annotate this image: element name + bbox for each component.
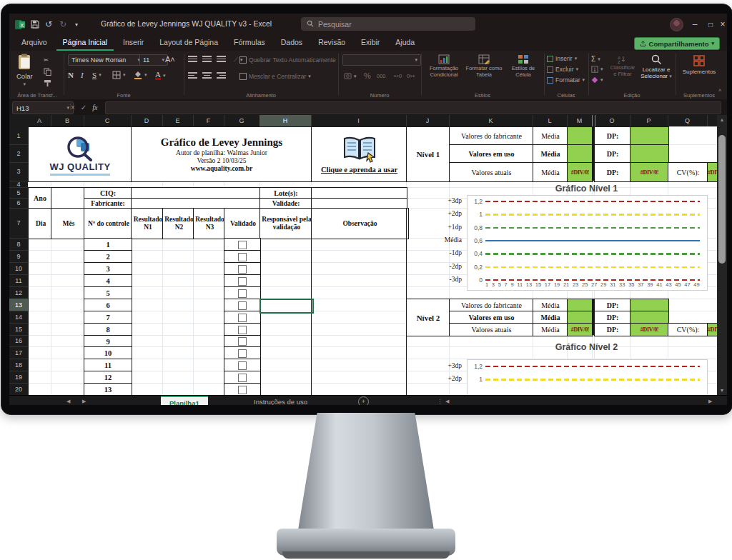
add-sheet-button[interactable]: +	[358, 396, 369, 405]
validado-checkbox[interactable]	[238, 301, 247, 310]
font-color-icon[interactable]: A▾	[155, 71, 165, 80]
align-left-icon[interactable]	[188, 72, 197, 79]
share-button[interactable]: Compartilhamento ▾	[634, 37, 720, 50]
autosum-icon[interactable]: Σ▾	[591, 55, 600, 63]
control-number-cell[interactable]: 13	[84, 383, 132, 395]
column-header-A[interactable]: A	[28, 115, 51, 126]
undo-icon[interactable]: ↺	[45, 19, 52, 30]
row-header-1[interactable]: 1	[9, 126, 28, 145]
scroll-down-icon[interactable]: ▼	[717, 386, 727, 395]
level-row-dp-label[interactable]: DP:	[594, 144, 631, 164]
restore-button[interactable]: □	[703, 14, 718, 35]
align-top-icon[interactable]	[188, 56, 197, 62]
level1-label-cell[interactable]: Nível 1	[406, 126, 450, 182]
merge-center-button[interactable]: Mesclar e Centralizar ▾	[239, 73, 311, 80]
find-select-button[interactable]: Localizar e Selecionar ▾	[640, 54, 673, 79]
validado-checkbox[interactable]	[238, 277, 247, 286]
level-row-dp-label[interactable]: DP:	[594, 162, 631, 182]
validado-checkbox[interactable]	[238, 361, 247, 370]
row-header-14[interactable]: 14	[9, 311, 28, 324]
close-button[interactable]: ×	[718, 14, 727, 35]
addins-button[interactable]: Suplementos	[683, 54, 716, 75]
table-header-7[interactable]: Validado	[224, 208, 262, 239]
account-avatar[interactable]	[670, 18, 683, 31]
level-row-media-label[interactable]: Média	[533, 126, 568, 146]
table-header-9[interactable]: Observação	[311, 208, 409, 239]
validado-checkbox[interactable]	[238, 314, 247, 322]
table-header-8[interactable]: Responsável pela validação	[259, 208, 314, 239]
validado-checkbox[interactable]	[238, 337, 247, 346]
ano-value-cell[interactable]	[51, 187, 85, 209]
bold-button[interactable]: N	[68, 71, 74, 79]
row-header-17[interactable]: 17	[9, 346, 28, 359]
ribbon-tab-ajuda[interactable]: Ajuda	[389, 35, 421, 51]
ribbon-tab-revisão[interactable]: Revisão	[312, 35, 352, 51]
level-row-dp-label[interactable]: DP:	[594, 323, 631, 336]
row-header-8[interactable]: 8	[9, 238, 28, 251]
redo-icon[interactable]: ↻	[59, 19, 66, 30]
formula-input[interactable]	[105, 101, 721, 114]
table-header-2[interactable]: Mês	[51, 208, 86, 239]
level-row-media-value[interactable]: #DIV/0!	[567, 162, 593, 182]
vertical-scroll-thumb[interactable]	[718, 135, 726, 264]
accounting-format-icon[interactable]: ▾	[344, 72, 357, 80]
paste-button[interactable]: Colar ▾	[16, 54, 33, 87]
delete-cells-button[interactable]: Excluir▾	[547, 66, 578, 73]
level-row-dp-value[interactable]	[630, 126, 669, 146]
row-header-7[interactable]: 7	[9, 208, 28, 239]
cancel-icon[interactable]: ×	[71, 104, 75, 111]
level-row-media-value[interactable]	[567, 126, 593, 146]
clear-icon[interactable]: ▾	[591, 76, 603, 84]
row-header-18[interactable]: 18	[9, 359, 28, 371]
cut-icon[interactable]: ✂	[44, 56, 49, 64]
ribbon-tab-layout-de-página[interactable]: Layout de Página	[153, 35, 224, 51]
level-row-dp-value[interactable]: #DIV/0!	[630, 323, 669, 336]
table-header-6[interactable]: Resultado N3	[193, 208, 227, 239]
column-header-P[interactable]: P	[630, 115, 668, 126]
format-painter-icon[interactable]	[44, 79, 51, 87]
hscroll-resize-handle[interactable]: ⋮	[437, 398, 443, 405]
selected-cell[interactable]	[259, 299, 314, 314]
fill-icon[interactable]: ▾	[591, 66, 603, 73]
save-icon[interactable]	[31, 19, 39, 30]
decrease-decimal-icon[interactable]: 0↣	[407, 73, 415, 79]
align-bottom-icon[interactable]	[217, 56, 226, 62]
learn-link[interactable]: Clique e aprenda a usar	[321, 166, 397, 174]
quick-access-caret-icon[interactable]: ▾	[75, 19, 78, 30]
table-header-3[interactable]: Nº do controle	[84, 208, 134, 239]
align-right-icon[interactable]	[217, 72, 226, 79]
fill-color-icon[interactable]: ▾	[134, 71, 147, 79]
table-header-4[interactable]: Resultado N1	[131, 208, 165, 239]
level-row-dp-value[interactable]: #DIV/0!	[630, 162, 669, 182]
row-header-12[interactable]: 12	[9, 286, 28, 299]
align-center-icon[interactable]	[202, 72, 212, 79]
level-row-cv-value[interactable]: #DIV/0!	[707, 323, 717, 336]
enter-icon[interactable]: ✓	[81, 104, 86, 111]
level-row-media-label[interactable]: Média	[533, 162, 568, 182]
row-header-15[interactable]: 15	[9, 323, 28, 336]
collapse-ribbon-icon[interactable]: ˄	[718, 88, 721, 93]
validado-checkbox[interactable]	[238, 326, 247, 334]
column-header-O[interactable]: O	[594, 115, 630, 126]
column-header-D[interactable]: D	[131, 115, 163, 126]
row-header-11[interactable]: 11	[9, 274, 28, 287]
column-header-E[interactable]: E	[162, 115, 194, 126]
format-cells-button[interactable]: Formatar▾	[547, 76, 585, 84]
copy-icon[interactable]	[44, 68, 51, 76]
level-row-name[interactable]: Valores em uso	[449, 144, 534, 164]
row-header-3[interactable]: 3	[9, 162, 28, 181]
level2-label-cell[interactable]: Nível 2	[406, 299, 450, 336]
column-header-F[interactable]: F	[193, 115, 224, 126]
scroll-up-icon[interactable]: ▲	[717, 115, 727, 124]
hscroll-left-icon[interactable]: ◀	[445, 399, 449, 404]
level-row-cv-value[interactable]: #DIV/0!	[707, 162, 717, 182]
format-as-table-button[interactable]: Formatar como Tabela	[465, 54, 503, 78]
hscroll-right-icon[interactable]: ▶	[708, 399, 712, 404]
validado-checkbox[interactable]	[238, 253, 247, 261]
increase-font-icon[interactable]: A˄	[165, 55, 175, 64]
ribbon-tab-exibir[interactable]: Exibir	[355, 35, 386, 51]
sheet-canvas[interactable]: WJ QUALITYGráfico de Levey JenningsAutor…	[28, 126, 717, 395]
level-row-cv-label[interactable]: CV(%):	[668, 162, 708, 182]
vertical-scrollbar[interactable]: ▲ ▼	[717, 115, 727, 395]
table-header-5[interactable]: Resultado N2	[162, 208, 196, 239]
